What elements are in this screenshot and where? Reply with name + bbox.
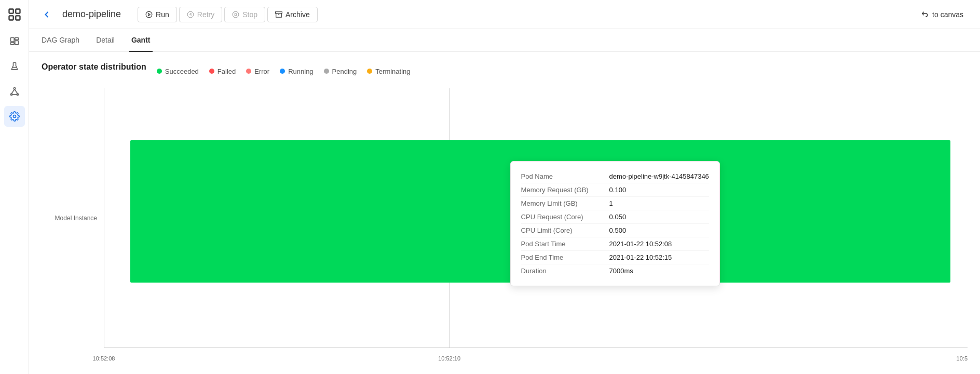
sidebar-item-settings[interactable] bbox=[4, 106, 25, 127]
legend: SucceededFailedErrorRunningPendingTermin… bbox=[157, 68, 411, 75]
tab-bar: DAG Graph Detail Gantt bbox=[29, 29, 980, 52]
svg-rect-5 bbox=[15, 38, 18, 40]
legend-label-error: Error bbox=[254, 68, 269, 75]
legend-dot-terminating bbox=[367, 69, 372, 74]
tooltip-key: Pod Start Time bbox=[521, 240, 609, 248]
tooltip-key: Pod Name bbox=[521, 172, 609, 180]
tooltip-row: Pod Namedemo-pipeline-w9jtk-4145847346 bbox=[521, 170, 709, 183]
pipeline-title: demo-pipeline bbox=[62, 9, 121, 20]
tooltip-row: Duration7000ms bbox=[521, 264, 709, 277]
gantt-area: Pod Namedemo-pipeline-w9jtk-4145847346Me… bbox=[42, 88, 968, 364]
tooltip-value: 2021-01-22 10:52:15 bbox=[609, 253, 672, 261]
svg-rect-3 bbox=[16, 16, 20, 20]
svg-rect-1 bbox=[16, 9, 20, 14]
legend-item-pending: Pending bbox=[324, 68, 357, 75]
retry-button[interactable]: Retry bbox=[179, 7, 222, 22]
sidebar-item-models[interactable] bbox=[4, 81, 25, 102]
legend-dot-succeeded bbox=[157, 69, 162, 74]
retry-label: Retry bbox=[197, 10, 214, 19]
run-label: Run bbox=[156, 10, 169, 19]
stop-button[interactable]: Stop bbox=[224, 7, 265, 22]
svg-rect-7 bbox=[10, 43, 14, 45]
tooltip-value: 0.500 bbox=[609, 226, 627, 234]
tooltip-key: CPU Request (Core) bbox=[521, 213, 609, 221]
svg-rect-4 bbox=[10, 38, 14, 42]
svg-line-12 bbox=[11, 89, 15, 94]
to-canvas-button[interactable]: to canvas bbox=[915, 7, 970, 22]
tooltip-value: demo-pipeline-w9jtk-4145847346 bbox=[609, 172, 709, 180]
svg-line-13 bbox=[15, 89, 18, 94]
legend-dot-running bbox=[280, 69, 285, 74]
legend-item-error: Error bbox=[246, 68, 269, 75]
svg-rect-2 bbox=[9, 16, 13, 20]
sidebar-item-flask[interactable] bbox=[4, 56, 25, 77]
legend-item-succeeded: Succeeded bbox=[157, 68, 199, 75]
tooltip-row: CPU Request (Core)0.050 bbox=[521, 210, 709, 224]
x-axis-label: 10:52:10 bbox=[438, 355, 460, 362]
tooltip-key: Pod End Time bbox=[521, 253, 609, 261]
section-title: Operator state distribution bbox=[42, 62, 146, 72]
legend-item-failed: Failed bbox=[209, 68, 236, 75]
tooltip-value: 0.050 bbox=[609, 213, 627, 221]
legend-dot-failed bbox=[209, 69, 214, 74]
legend-label-succeeded: Succeeded bbox=[165, 68, 199, 75]
legend-label-running: Running bbox=[288, 68, 313, 75]
svg-point-9 bbox=[13, 88, 15, 89]
tooltip-key: CPU Limit (Core) bbox=[521, 226, 609, 234]
tab-gantt[interactable]: Gantt bbox=[129, 29, 153, 52]
svg-rect-6 bbox=[15, 41, 18, 45]
topbar: demo-pipeline Run Retry bbox=[29, 0, 980, 29]
svg-rect-20 bbox=[235, 14, 237, 16]
svg-rect-21 bbox=[276, 11, 282, 13]
x-axis: 10:52:0810:52:1010:52:15 bbox=[104, 348, 968, 364]
svg-rect-0 bbox=[9, 9, 13, 14]
tooltip-key: Duration bbox=[521, 267, 609, 275]
archive-button[interactable]: Archive bbox=[267, 7, 318, 22]
archive-label: Archive bbox=[285, 10, 310, 19]
legend-label-terminating: Terminating bbox=[375, 68, 410, 75]
y-axis-label: Model Instance bbox=[42, 215, 101, 222]
tab-dag-graph[interactable]: DAG Graph bbox=[39, 29, 81, 52]
section-header: Operator state distribution SucceededFai… bbox=[42, 62, 968, 80]
sidebar bbox=[0, 0, 29, 374]
legend-item-running: Running bbox=[280, 68, 313, 75]
stop-label: Stop bbox=[242, 10, 257, 19]
legend-dot-pending bbox=[324, 69, 329, 74]
svg-point-15 bbox=[13, 115, 16, 118]
svg-marker-17 bbox=[148, 13, 151, 16]
tooltip-key: Memory Limit (GB) bbox=[521, 199, 609, 207]
tooltip-value: 7000ms bbox=[609, 267, 633, 275]
run-button[interactable]: Run bbox=[138, 7, 177, 22]
tooltip-row: CPU Limit (Core)0.500 bbox=[521, 224, 709, 237]
svg-point-19 bbox=[233, 11, 239, 18]
sidebar-item-dashboard[interactable] bbox=[4, 31, 25, 52]
to-canvas-label: to canvas bbox=[932, 10, 963, 19]
tooltip-row: Memory Request (GB)0.100 bbox=[521, 183, 709, 197]
gantt-content: Operator state distribution SucceededFai… bbox=[29, 52, 980, 374]
back-button[interactable] bbox=[39, 7, 54, 22]
svg-point-16 bbox=[146, 11, 152, 18]
tooltip-key: Memory Request (GB) bbox=[521, 186, 609, 194]
legend-label-pending: Pending bbox=[332, 68, 357, 75]
legend-label-failed: Failed bbox=[217, 68, 236, 75]
x-axis-label: 10:52:15 bbox=[957, 355, 968, 362]
main-content: demo-pipeline Run Retry bbox=[29, 0, 980, 374]
chart-plot: Pod Namedemo-pipeline-w9jtk-4145847346Me… bbox=[104, 88, 968, 348]
legend-dot-error bbox=[246, 69, 251, 74]
tooltip: Pod Namedemo-pipeline-w9jtk-4145847346Me… bbox=[510, 161, 720, 286]
legend-item-terminating: Terminating bbox=[367, 68, 410, 75]
tab-detail[interactable]: Detail bbox=[94, 29, 117, 52]
tooltip-value: 2021-01-22 10:52:08 bbox=[609, 240, 672, 248]
app-logo[interactable] bbox=[6, 6, 23, 23]
tooltip-value: 1 bbox=[609, 199, 613, 207]
x-axis-label: 10:52:08 bbox=[93, 355, 115, 362]
tooltip-row: Pod End Time2021-01-22 10:52:15 bbox=[521, 251, 709, 264]
tooltip-row: Memory Limit (GB)1 bbox=[521, 197, 709, 210]
toolbar: Run Retry Stop bbox=[138, 7, 318, 22]
tooltip-row: Pod Start Time2021-01-22 10:52:08 bbox=[521, 237, 709, 251]
tooltip-value: 0.100 bbox=[609, 186, 627, 194]
